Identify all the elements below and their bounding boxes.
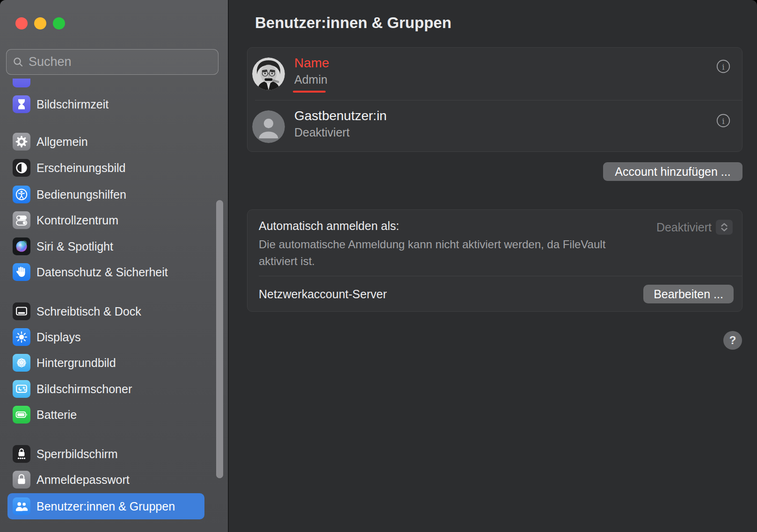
user-name: Name [294, 56, 329, 71]
sidebar-item-datenschutz[interactable]: Datenschutz & Sicherheit [7, 259, 204, 285]
sidebar-item-bildschirmschoner[interactable]: Bildschirmschoner [7, 376, 204, 402]
user-row-admin[interactable]: Name Admin i [247, 48, 742, 101]
main-pane: Benutzer:innen & Gruppen [229, 0, 757, 532]
auto-login-value: Deaktiviert [656, 221, 712, 234]
description-line-1: Die automatische Anmeldung kann nicht ak… [259, 236, 605, 253]
sidebar-scrollbar[interactable] [216, 200, 223, 478]
sidebar-item-label: Anmeldepasswort [36, 473, 130, 487]
sidebar-item-label: Kontrollzentrum [36, 214, 118, 227]
page-title: Benutzer:innen & Gruppen [255, 14, 451, 32]
help-button[interactable]: ? [723, 331, 742, 350]
user-row-guest[interactable]: Gastbenutzer:in Deaktiviert i [247, 101, 742, 151]
network-server-label: Netzwerkaccount-Server [259, 288, 387, 301]
user-list-card: Name Admin i [247, 47, 742, 152]
sidebar-item-sperrbildschirm[interactable]: Sperrbildschirm [7, 441, 204, 467]
close-button[interactable] [15, 17, 28, 29]
sidebar-item-label: Benutzer:innen & Gruppen [36, 500, 175, 513]
user-name: Gastbenutzer:in [294, 108, 387, 123]
accessibility-icon [13, 186, 30, 203]
sidebar-item-allgemein[interactable]: Allgemein [7, 129, 204, 155]
sidebar-item-label: Datenschutz & Sicherheit [36, 266, 168, 279]
sidebar-item-label: Erscheinungsbild [36, 161, 125, 175]
sidebar-item-label: Bedienungshilfen [36, 188, 126, 201]
guest-avatar [252, 110, 285, 143]
edit-network-server-button[interactable]: Bearbeiten ... [643, 285, 734, 303]
search-placeholder: Suchen [29, 55, 72, 69]
popup-stepper-icon [716, 220, 733, 235]
sidebar-item-label: Bildschirmzeit [36, 98, 109, 111]
sidebar-item-benutzer-gruppen[interactable]: Benutzer:innen & Gruppen [7, 493, 204, 519]
system-settings-window: Suchen Bildschirmzeit [0, 0, 757, 532]
user-role: Admin [294, 73, 328, 86]
appearance-icon [13, 159, 30, 177]
sidebar-item-label: Displays [36, 331, 80, 344]
auto-login-select[interactable]: Deaktiviert [656, 220, 733, 235]
info-icon[interactable]: i [716, 59, 731, 74]
sidebar-item-hintergrundbild[interactable]: Hintergrundbild [7, 350, 204, 376]
sidebar-item-label: Siri & Spotlight [36, 240, 113, 253]
zoom-button[interactable] [53, 17, 65, 29]
add-account-button[interactable]: Account hinzufügen ... [603, 162, 742, 181]
privacy-hand-icon [13, 263, 30, 281]
minimize-button[interactable] [34, 17, 46, 29]
screensaver-icon [13, 380, 30, 398]
battery-icon [13, 406, 30, 424]
sidebar: Suchen Bildschirmzeit [0, 0, 228, 532]
search-input[interactable]: Suchen [6, 49, 218, 75]
row-divider [259, 276, 742, 276]
general-gear-icon [13, 133, 30, 151]
auto-login-card: Automatisch anmelden als: Deaktiviert Di… [247, 209, 742, 312]
search-icon [13, 57, 24, 68]
screen-time-icon [13, 95, 30, 113]
sidebar-item-bildschirmzeit[interactable]: Bildschirmzeit [7, 91, 204, 117]
wallpaper-flower-icon [13, 354, 30, 372]
admin-avatar [252, 58, 285, 90]
sidebar-item-label: Allgemein [36, 135, 88, 149]
sidebar-item-label: Batterie [36, 408, 77, 422]
description-line-2: aktiviert ist. [259, 253, 605, 270]
sidebar-item-displays[interactable]: Displays [7, 324, 204, 350]
svg-text:i: i [722, 62, 725, 72]
sidebar-item-kontrollzentrum[interactable]: Kontrollzentrum [7, 207, 204, 233]
sidebar-item-anmeldepasswort[interactable]: Anmeldepasswort [7, 467, 204, 493]
clipped-focus-icon [13, 79, 30, 87]
sidebar-item-label: Bildschirmschoner [36, 382, 132, 396]
auto-login-description: Die automatische Anmeldung kann nicht ak… [259, 236, 605, 270]
user-role: Deaktiviert [294, 126, 349, 139]
sidebar-item-bedienungshilfen[interactable]: Bedienungshilfen [7, 181, 204, 208]
svg-text:i: i [722, 116, 725, 126]
sidebar-item-schreibtisch-dock[interactable]: Schreibtisch & Dock [7, 298, 204, 324]
login-password-icon [13, 471, 30, 489]
sidebar-item-label: Sperrbildschirm [36, 447, 118, 461]
control-center-icon [13, 211, 30, 229]
auto-login-label: Automatisch anmelden als: [259, 219, 399, 233]
sidebar-item-siri-spotlight[interactable]: Siri & Spotlight [7, 233, 204, 259]
users-groups-icon [13, 497, 30, 515]
lock-screen-icon [13, 445, 30, 463]
sidebar-item-erscheinungsbild[interactable]: Erscheinungsbild [7, 155, 204, 181]
sidebar-item-batterie[interactable]: Batterie [7, 402, 204, 428]
displays-sun-icon [13, 328, 30, 346]
info-icon[interactable]: i [716, 113, 731, 128]
scrolled-list-clip [0, 79, 228, 88]
red-annotation-underline [293, 91, 326, 93]
desktop-dock-icon [13, 302, 30, 320]
sidebar-item-label: Schreibtisch & Dock [36, 305, 141, 318]
siri-icon [13, 237, 30, 255]
sidebar-item-label: Hintergrundbild [36, 356, 116, 370]
